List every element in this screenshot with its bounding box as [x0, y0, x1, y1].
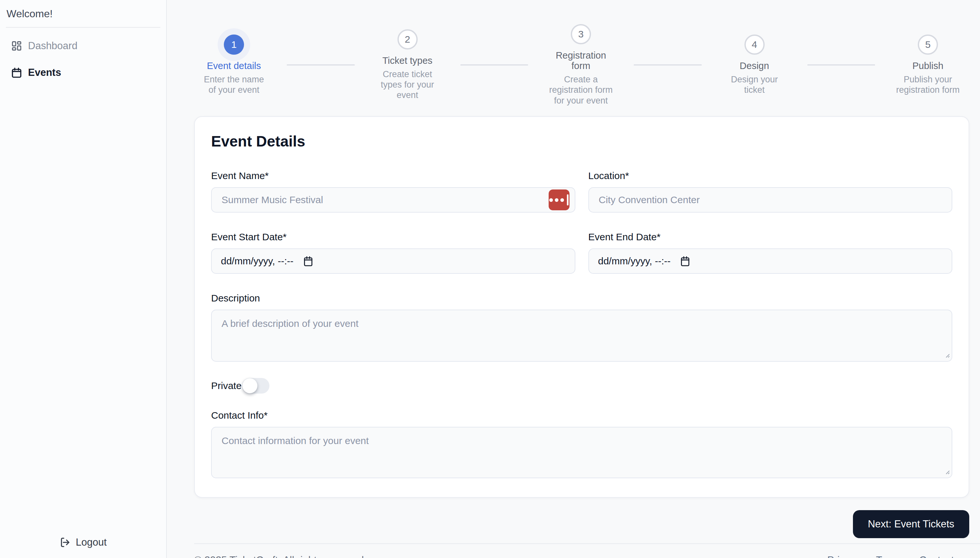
step-number-badge: 1: [224, 34, 244, 55]
step-number-badge: 2: [398, 29, 418, 49]
step-title: Publish: [912, 61, 943, 71]
step-description: Create ticket types for your event: [381, 69, 434, 100]
stepper-step-design: 4 Design Design your ticket: [706, 34, 803, 95]
calendar-picker-icon[interactable]: [680, 256, 691, 267]
stepper-step-registration-form: 3 Registration form Create a registratio…: [532, 24, 630, 106]
sidebar-divider: [6, 27, 160, 28]
event-details-card: Event Details Event Name* Location* Even…: [194, 116, 969, 498]
step-connector: [807, 64, 875, 66]
logout-label: Logout: [76, 537, 107, 548]
stepper: 1 Event details Enter the name of your e…: [167, 24, 980, 106]
logout-button[interactable]: Logout: [60, 537, 107, 548]
step-description: Create a registration form for your even…: [549, 74, 613, 106]
start-date-field-group: Event Start Date* dd/mm/yyyy, --:--: [211, 231, 576, 274]
description-textarea[interactable]: [211, 310, 952, 362]
contact-info-textarea[interactable]: [211, 427, 952, 478]
start-date-label: Event Start Date*: [211, 231, 576, 243]
sidebar-item-dashboard[interactable]: Dashboard: [0, 34, 166, 57]
date-placeholder: dd/mm/yyyy, --:--: [598, 256, 671, 267]
stepper-step-publish: 5 Publish Publish your registration form: [879, 34, 977, 95]
step-number-badge: 3: [571, 24, 591, 44]
date-placeholder: dd/mm/yyyy, --:--: [221, 256, 294, 267]
start-date-input[interactable]: dd/mm/yyyy, --:--: [211, 248, 576, 274]
footer-links: Privacy Terms Contact: [827, 555, 954, 558]
copyright-text: © 2025 TicketCraft. All rights reserved.: [194, 555, 367, 558]
step-number-badge: 5: [918, 34, 938, 55]
end-date-field-group: Event End Date* dd/mm/yyyy, --:--: [589, 231, 953, 293]
sidebar-item-label: Events: [28, 67, 61, 79]
step-description: Publish your registration form: [896, 74, 959, 95]
sidebar-item-events[interactable]: Events: [0, 61, 166, 84]
footer-link-terms[interactable]: Terms: [876, 555, 903, 558]
password-manager-autofill-icon[interactable]: [549, 189, 569, 210]
calendar-picker-icon[interactable]: [303, 256, 314, 267]
event-name-input[interactable]: [211, 187, 576, 213]
private-toggle[interactable]: [242, 378, 270, 394]
step-connector: [287, 64, 355, 66]
private-toggle-row: Private: [211, 378, 952, 394]
end-date-input[interactable]: dd/mm/yyyy, --:--: [589, 248, 953, 274]
stepper-step-ticket-types: 2 Ticket types Create ticket types for y…: [359, 29, 456, 100]
location-input[interactable]: [589, 187, 953, 213]
contact-info-label: Contact Info*: [211, 410, 952, 421]
step-title: Registration form: [556, 50, 606, 71]
step-title: Design: [740, 61, 769, 71]
event-name-label: Event Name*: [211, 170, 576, 181]
sidebar-item-label: Dashboard: [28, 40, 77, 52]
location-field-group: Location*: [589, 170, 953, 231]
dashboard-grid-icon: [11, 40, 22, 51]
toggle-knob: [242, 378, 257, 393]
private-label: Private: [211, 380, 242, 391]
step-connector: [460, 64, 528, 66]
contact-info-field-group: Contact Info*: [211, 410, 952, 479]
step-description: Design your ticket: [731, 74, 778, 95]
logout-icon: [60, 537, 71, 548]
location-label: Location*: [589, 170, 953, 181]
sidebar: Welcome! Dashboard Events: [0, 0, 167, 558]
card-title: Event Details: [211, 133, 952, 150]
end-date-label: Event End Date*: [589, 231, 953, 243]
calendar-icon: [11, 67, 22, 78]
step-number-badge: 4: [745, 34, 765, 55]
footer-link-contact[interactable]: Contact: [919, 555, 954, 558]
step-title: Event details: [207, 61, 261, 71]
stepper-step-event-details: 1 Event details Enter the name of your e…: [185, 34, 283, 95]
step-title: Ticket types: [383, 55, 432, 66]
welcome-heading: Welcome!: [0, 0, 166, 27]
actions-row: Next: Event Tickets: [167, 498, 980, 538]
next-event-tickets-button[interactable]: Next: Event Tickets: [853, 510, 969, 538]
footer: © 2025 TicketCraft. All rights reserved.…: [194, 543, 980, 558]
event-name-field-group: Event Name*: [211, 170, 576, 213]
step-connector: [634, 64, 702, 66]
main-content: 1 Event details Enter the name of your e…: [167, 0, 980, 558]
description-label: Description: [211, 293, 952, 304]
description-field-group: Description: [211, 293, 952, 363]
footer-link-privacy[interactable]: Privacy: [827, 555, 860, 558]
sidebar-nav: Dashboard Events: [0, 34, 166, 88]
step-description: Enter the name of your event: [204, 74, 264, 95]
